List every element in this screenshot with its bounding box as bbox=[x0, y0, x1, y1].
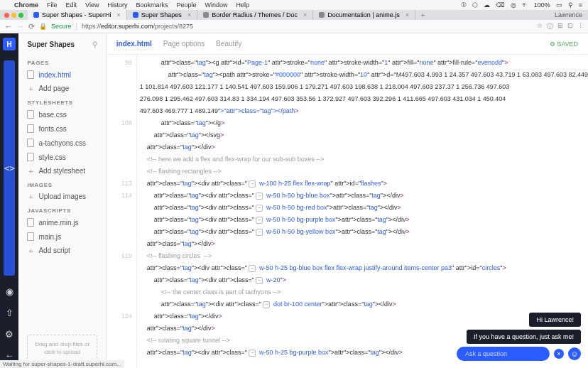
plus-icon: + bbox=[27, 247, 34, 254]
ext-icon[interactable]: ⊡ bbox=[567, 22, 573, 31]
logo-icon[interactable]: H bbox=[3, 38, 16, 50]
editor-filename[interactable]: index.html bbox=[116, 40, 152, 48]
menu-window[interactable]: Window bbox=[205, 1, 227, 9]
forward-icon[interactable]: → bbox=[16, 22, 24, 31]
add-page-button[interactable]: +Add page bbox=[18, 82, 105, 95]
file-icon bbox=[27, 124, 34, 133]
ext-icon[interactable]: ⊞ bbox=[557, 22, 563, 31]
info-icon[interactable]: ⓘ bbox=[547, 22, 553, 31]
section-images: IMAGES bbox=[18, 178, 105, 190]
add-label: Add page bbox=[38, 85, 69, 92]
code-icon[interactable]: <> bbox=[4, 60, 15, 276]
favicon-icon bbox=[133, 12, 138, 18]
gear-icon[interactable]: ⚙ bbox=[4, 328, 15, 340]
chat-bubble: If you have a question, just ask me! bbox=[467, 330, 581, 344]
chat-bubble: Hi Lawrence! bbox=[529, 313, 581, 327]
status-icon: ☁ bbox=[484, 1, 490, 9]
browser-tab[interactable]: Super Shapes× bbox=[127, 10, 197, 20]
status-icon: ⌫ bbox=[496, 1, 505, 9]
sidebar-item-css[interactable]: base.css bbox=[18, 107, 105, 121]
star-icon[interactable]: ☆ bbox=[537, 22, 543, 31]
file-icon bbox=[27, 153, 34, 161]
window-max-icon[interactable] bbox=[18, 13, 23, 18]
save-status: SAVED bbox=[550, 40, 578, 48]
add-label: Upload images bbox=[38, 193, 86, 200]
chat-widget: Hi Lawrence! If you have a question, jus… bbox=[457, 313, 581, 361]
macos-menubar: Chrome File Edit View History Bookmarks … bbox=[0, 0, 588, 10]
upload-images-button[interactable]: +Upload images bbox=[18, 190, 105, 203]
beautify-button[interactable]: Beautify bbox=[216, 40, 241, 48]
menu-icon[interactable]: ≡ bbox=[579, 1, 582, 9]
back-icon[interactable]: ← bbox=[4, 22, 12, 31]
url-field[interactable]: https://editor.superhi.com/projects/8275 bbox=[82, 23, 193, 30]
eye-icon[interactable]: ◉ bbox=[4, 286, 15, 297]
menu-file[interactable]: File bbox=[47, 1, 58, 9]
plus-icon: + bbox=[27, 193, 34, 200]
smile-icon[interactable]: ☺ bbox=[568, 347, 581, 360]
menu-edit[interactable]: Edit bbox=[66, 1, 77, 9]
status-icon: ① bbox=[461, 1, 467, 9]
search-icon[interactable]: ⚲ bbox=[568, 1, 573, 9]
menu-people[interactable]: People bbox=[176, 1, 196, 9]
reload-icon[interactable]: ⟳ bbox=[28, 22, 35, 31]
favicon-icon bbox=[33, 12, 39, 18]
browser-urlbar: ← → ⟳ 🔒 Secure | https://editor.superhi.… bbox=[0, 20, 588, 33]
menu-icon[interactable]: ⋮ bbox=[577, 22, 584, 31]
sidebar-item-js[interactable]: main.js bbox=[18, 229, 105, 244]
file-label: a-tachyons.css bbox=[38, 139, 86, 147]
page-options-button[interactable]: Page options bbox=[163, 40, 205, 48]
status-icon: ⬡ bbox=[472, 1, 478, 9]
project-title: Super Shapes bbox=[27, 40, 75, 48]
favicon-icon bbox=[203, 12, 209, 18]
upload-icon[interactable]: ⇧ bbox=[4, 307, 15, 318]
browser-tab[interactable]: Super Shapes - SuperHi× bbox=[28, 10, 127, 20]
close-icon[interactable]: × bbox=[405, 11, 409, 18]
tab-label: Super Shapes bbox=[141, 11, 182, 18]
close-icon[interactable]: × bbox=[187, 11, 191, 18]
sidebar-item-js[interactable]: anime.min.js bbox=[18, 215, 105, 229]
app-name[interactable]: Chrome bbox=[14, 1, 38, 9]
plus-icon: + bbox=[27, 85, 34, 92]
menu-bookmarks[interactable]: Bookmarks bbox=[136, 1, 168, 9]
search-icon[interactable]: ⚲ bbox=[92, 40, 97, 48]
profile-name[interactable]: Lawrence bbox=[549, 11, 588, 18]
menu-view[interactable]: View bbox=[85, 1, 99, 9]
sidebar-item-css[interactable]: fonts.css bbox=[18, 121, 105, 136]
file-label: main.js bbox=[38, 233, 61, 241]
browser-tab[interactable]: Border Radius / Themes / Doc× bbox=[197, 10, 313, 20]
file-label: fonts.css bbox=[38, 125, 66, 133]
sidebar-item-index[interactable]: index.html bbox=[18, 67, 105, 82]
file-icon bbox=[27, 218, 34, 227]
battery-percent: 100% bbox=[534, 1, 550, 9]
favicon-icon bbox=[319, 12, 325, 18]
section-javascripts: JAVASCRIPTS bbox=[18, 203, 105, 215]
close-icon[interactable]: × bbox=[117, 11, 121, 18]
secure-label: Secure bbox=[51, 23, 72, 30]
file-icon bbox=[27, 139, 34, 147]
browser-tab[interactable]: Documentation | anime.js× bbox=[313, 10, 415, 20]
file-icon bbox=[27, 70, 34, 79]
battery-icon: ▭ bbox=[556, 1, 562, 9]
close-icon[interactable]: × bbox=[303, 11, 307, 18]
dropzone[interactable]: Drag and drop files or click to upload bbox=[27, 335, 97, 362]
menu-help[interactable]: Help bbox=[236, 1, 249, 9]
close-icon[interactable]: × bbox=[554, 349, 564, 359]
menu-history[interactable]: History bbox=[107, 1, 127, 9]
file-label: index.html bbox=[38, 71, 71, 79]
window-min-icon[interactable] bbox=[11, 13, 16, 18]
lock-icon: 🔒 bbox=[39, 23, 47, 30]
add-label: Add script bbox=[38, 247, 70, 254]
chat-input[interactable]: Ask a question bbox=[457, 347, 550, 361]
sidebar-item-css[interactable]: a-tachyons.css bbox=[18, 136, 105, 150]
window-close-icon[interactable] bbox=[4, 13, 9, 18]
sidebar-item-css[interactable]: style.css bbox=[18, 150, 105, 164]
browser-tabbar: Super Shapes - SuperHi× Super Shapes× Bo… bbox=[0, 10, 588, 20]
add-label: Add stylesheet bbox=[38, 167, 85, 175]
new-tab-button[interactable]: ＋ bbox=[415, 11, 430, 20]
file-label: anime.min.js bbox=[38, 219, 78, 227]
back-arrow-icon[interactable]: ← bbox=[4, 350, 15, 361]
add-stylesheet-button[interactable]: +Add stylesheet bbox=[18, 164, 105, 178]
add-script-button[interactable]: +Add script bbox=[18, 244, 105, 257]
section-pages: PAGES bbox=[18, 55, 105, 67]
file-label: style.css bbox=[38, 153, 65, 161]
